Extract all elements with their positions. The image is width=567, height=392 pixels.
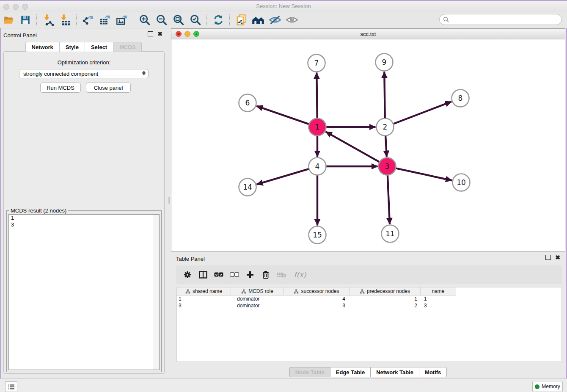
import-table-button[interactable]: [57, 13, 74, 27]
table-tab-network-table[interactable]: Network Table: [370, 367, 419, 377]
graph-edge-3-11[interactable]: [388, 175, 390, 224]
table-cell[interactable]: 1: [177, 295, 231, 302]
graph-edge-1-7[interactable]: [317, 72, 317, 118]
table-cell[interactable]: dominator: [231, 302, 284, 309]
import-table-icon: [59, 14, 71, 26]
table-cell[interactable]: dominator: [231, 295, 284, 302]
table-panel-close-icon[interactable]: ✖: [555, 255, 560, 259]
table-function-builder-button: f(x): [289, 268, 311, 282]
network-window-titlebar[interactable]: ✕ − + scc.txt: [171, 29, 565, 39]
graph-edge-3-10[interactable]: [396, 168, 452, 180]
optimization-criterion-dropdown[interactable]: strongly connected component: [19, 69, 149, 78]
table-panel-float-icon[interactable]: [545, 255, 551, 260]
zoom-in-button[interactable]: [136, 13, 153, 27]
zoom-in-icon: [139, 14, 151, 26]
graph-node-15[interactable]: 15: [309, 226, 326, 244]
mcds-result-list[interactable]: 13: [8, 214, 160, 370]
control-panel-close-icon[interactable]: ✖: [157, 32, 162, 36]
graph-node-6[interactable]: 6: [239, 94, 256, 112]
eye-slash-icon: [269, 14, 281, 26]
control-panel-float-icon[interactable]: [148, 31, 153, 36]
column-header-successor-nodes[interactable]: successor nodes: [284, 287, 350, 295]
graph-edge-4-14[interactable]: [257, 169, 309, 185]
run-mcds-button[interactable]: Run MCDS: [40, 83, 81, 93]
graph-edge-2-3[interactable]: [385, 135, 387, 157]
export-image-button[interactable]: [113, 13, 130, 27]
table-tab-node-table[interactable]: Node Table: [289, 367, 330, 377]
zoom-selected-button[interactable]: [187, 13, 204, 27]
control-tab-select[interactable]: Select: [85, 42, 113, 52]
graph-edge-2-8[interactable]: [393, 102, 451, 124]
open-file-button[interactable]: [0, 13, 17, 27]
vertical-splitter-handle[interactable]: [168, 197, 170, 204]
graph-node-11[interactable]: 11: [382, 225, 399, 243]
table-clear-selection-button[interactable]: [226, 268, 242, 282]
refresh-view-button[interactable]: [210, 13, 227, 27]
task-history-button[interactable]: [5, 381, 17, 392]
table-gear-button[interactable]: [179, 268, 195, 282]
table-delete-column-button[interactable]: [258, 268, 273, 282]
column-header-name[interactable]: name: [421, 287, 456, 295]
table-split-panel-button[interactable]: [195, 268, 211, 282]
graph-node-4[interactable]: 4: [309, 158, 326, 175]
graph-edge-2-9[interactable]: [384, 72, 385, 118]
graph-node-2[interactable]: 2: [377, 119, 394, 136]
table-cell[interactable]: 3: [177, 302, 231, 309]
control-tab-mcds[interactable]: MCDS: [113, 42, 142, 52]
table-cell[interactable]: 1: [421, 295, 456, 302]
control-panel-body: Optimization criterion: strongly connect…: [3, 51, 165, 374]
zoom-out-button[interactable]: [153, 13, 170, 27]
table-tab-motifs[interactable]: Motifs: [419, 367, 447, 377]
svg-text:7: 7: [314, 59, 319, 67]
show-all-button[interactable]: [284, 13, 300, 27]
mcds-result-item[interactable]: 3: [9, 221, 159, 228]
table-cell[interactable]: 1: [350, 295, 421, 302]
table-panel-title: Table Panel: [176, 256, 205, 262]
search-input[interactable]: [449, 16, 561, 23]
memory-button[interactable]: Memory: [532, 381, 563, 392]
column-header-predecessor-nodes[interactable]: predecessor nodes: [350, 287, 421, 295]
search-field[interactable]: [439, 14, 562, 25]
clone-network-button[interactable]: [233, 13, 250, 27]
export-table-button[interactable]: [96, 13, 113, 27]
table-cell[interactable]: 3: [421, 302, 456, 309]
table-add-column-button[interactable]: [242, 268, 258, 282]
table-cell[interactable]: 4: [284, 295, 350, 302]
graph-edge-1-6[interactable]: [256, 106, 309, 124]
column-header-MCDS-role[interactable]: MCDS role: [231, 287, 284, 295]
graph-node-10[interactable]: 10: [453, 174, 470, 191]
table-row[interactable]: 1dominator411: [177, 295, 561, 302]
node-table: shared nameMCDS rolesuccessor nodesprede…: [176, 287, 562, 362]
graph-node-7[interactable]: 7: [308, 55, 325, 72]
graph-node-1[interactable]: 1: [309, 119, 326, 136]
table-cell[interactable]: 2: [350, 302, 421, 309]
graph-edge-3-1[interactable]: [326, 132, 380, 162]
control-panel-header: Control Panel ✖: [3, 31, 164, 40]
column-header-shared-name[interactable]: shared name: [177, 287, 231, 295]
save-floppy-icon: [20, 14, 31, 25]
save-session-button[interactable]: [17, 13, 34, 27]
import-network-button[interactable]: [40, 13, 57, 27]
export-network-button[interactable]: [80, 13, 96, 27]
graph-node-8[interactable]: 8: [452, 90, 469, 107]
home-layout-button[interactable]: [250, 13, 267, 27]
gear-icon: [183, 271, 192, 279]
table-select-all-button[interactable]: [211, 268, 226, 282]
control-tab-style[interactable]: Style: [59, 42, 85, 52]
dropdown-stepper-icon: [142, 71, 146, 75]
svg-text:1: 1: [315, 123, 320, 131]
close-panel-button[interactable]: Close panel: [86, 83, 131, 93]
hide-selected-button[interactable]: [267, 13, 284, 27]
graph-node-9[interactable]: 9: [376, 54, 393, 71]
column-header-label: successor nodes: [301, 288, 339, 294]
control-tab-network[interactable]: Network: [25, 42, 59, 52]
table-row[interactable]: 3dominator323: [177, 302, 561, 309]
table-tab-edge-table[interactable]: Edge Table: [330, 367, 370, 377]
result-scrollbar[interactable]: [153, 215, 159, 370]
graph-node-14[interactable]: 14: [239, 179, 256, 196]
mcds-result-item[interactable]: 1: [9, 215, 159, 221]
zoom-fit-button[interactable]: [170, 13, 187, 27]
table-cell[interactable]: 3: [284, 302, 350, 309]
network-graph-canvas[interactable]: 7968124314101511: [171, 39, 565, 251]
graph-node-3[interactable]: 3: [379, 158, 396, 175]
